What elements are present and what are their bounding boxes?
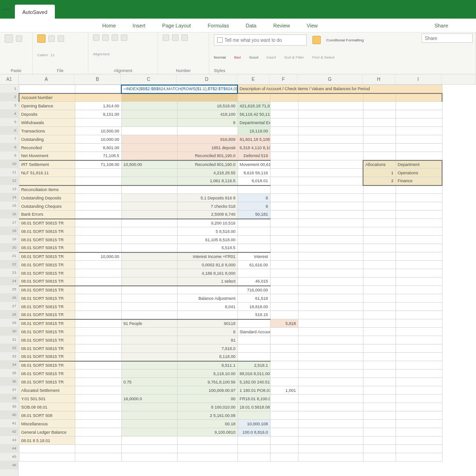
cell[interactable]	[238, 227, 270, 236]
cell[interactable]	[270, 93, 298, 102]
row-header[interactable]: 29	[0, 319, 18, 327]
cell[interactable]	[396, 127, 442, 135]
cell[interactable]	[75, 436, 121, 445]
cell[interactable]	[396, 386, 442, 395]
ribbon-tab-share[interactable]: Share	[435, 23, 448, 28]
column-header-i[interactable]: I	[395, 74, 442, 84]
percent-icon[interactable]	[172, 34, 178, 41]
workbook-tab-active[interactable]: AutoSaved	[15, 5, 55, 19]
cell[interactable]: Miscellaneous	[19, 420, 75, 428]
cell[interactable]	[121, 152, 177, 160]
cell[interactable]	[75, 344, 121, 353]
cell[interactable]	[270, 428, 298, 436]
cell[interactable]	[298, 344, 363, 353]
cell[interactable]	[396, 185, 442, 194]
cell[interactable]: 56,116.42 50,116.42 54,350	[238, 110, 270, 119]
cell[interactable]: 418,100	[177, 110, 238, 119]
cell[interactable]	[121, 127, 177, 135]
cell[interactable]: 08.01 SORT 508	[19, 411, 75, 420]
font-size[interactable]: 11	[51, 53, 55, 57]
cell[interactable]	[270, 219, 298, 227]
cell[interactable]	[298, 403, 363, 411]
cell[interactable]	[298, 428, 363, 436]
cell[interactable]	[177, 127, 238, 135]
cell[interactable]	[363, 119, 396, 127]
cell[interactable]: Opening Balance	[19, 102, 75, 110]
cell[interactable]	[396, 336, 442, 344]
cell[interactable]	[238, 445, 270, 453]
wrap-text-icon[interactable]	[121, 34, 127, 41]
cell[interactable]	[270, 311, 298, 319]
row-header[interactable]: 12	[0, 177, 18, 185]
ribbon-tab-view[interactable]: View	[307, 23, 318, 28]
cell[interactable]	[363, 395, 396, 403]
cell[interactable]	[396, 286, 442, 294]
cell[interactable]: 08.01 SORT 50815 TR	[19, 303, 75, 311]
cell[interactable]	[238, 453, 270, 462]
cell[interactable]	[270, 278, 298, 286]
cell[interactable]: SOB.08 08.01	[19, 403, 75, 411]
cell[interactable]	[298, 319, 363, 328]
cell[interactable]: Bank Errors	[19, 211, 75, 219]
cell[interactable]	[396, 403, 442, 411]
cell[interactable]	[396, 261, 442, 269]
cell[interactable]	[238, 236, 270, 244]
cell[interactable]	[19, 445, 75, 453]
cell[interactable]	[363, 336, 396, 344]
cell[interactable]	[396, 395, 442, 403]
cell[interactable]	[363, 185, 396, 194]
cell[interactable]: 9,100.0810	[177, 428, 238, 436]
cell[interactable]	[363, 269, 396, 278]
cell[interactable]	[396, 303, 442, 311]
cell[interactable]	[396, 353, 442, 361]
cell[interactable]: Outstanding	[19, 135, 75, 144]
cell[interactable]: 1,001	[270, 386, 298, 395]
cell[interactable]	[177, 311, 238, 319]
row-header[interactable]: 4	[0, 110, 18, 118]
cell[interactable]	[121, 420, 177, 428]
cell[interactable]	[270, 185, 298, 194]
cell[interactable]	[270, 227, 298, 236]
cell[interactable]	[270, 403, 298, 411]
cell[interactable]: 91 People	[121, 319, 177, 328]
cell[interactable]	[298, 361, 363, 370]
cell[interactable]	[396, 135, 442, 144]
cell[interactable]	[75, 336, 121, 344]
cell[interactable]	[396, 211, 442, 219]
cell[interactable]	[238, 269, 270, 278]
cell[interactable]	[363, 219, 396, 227]
share-input[interactable]	[422, 33, 473, 43]
cell[interactable]	[363, 428, 396, 436]
cell[interactable]	[121, 353, 177, 361]
cell[interactable]: 1,061 8,116.5	[177, 177, 238, 185]
cell[interactable]	[75, 353, 121, 361]
column-header-e[interactable]: E	[237, 74, 270, 84]
cell[interactable]	[363, 411, 396, 420]
cell[interactable]	[121, 311, 177, 319]
cell[interactable]	[75, 386, 121, 395]
cell[interactable]	[298, 336, 363, 344]
cell[interactable]: 08.01 SORT 50815 TR	[19, 219, 75, 227]
cell[interactable]	[121, 110, 177, 119]
cell[interactable]	[363, 227, 396, 236]
cell[interactable]	[121, 185, 177, 194]
cell[interactable]	[75, 319, 121, 328]
cell[interactable]: 61,105 8,518.00	[177, 236, 238, 244]
cell[interactable]	[270, 453, 298, 462]
cell[interactable]: 71,108.00	[75, 160, 121, 169]
cell[interactable]	[298, 436, 363, 445]
cell[interactable]: Department	[396, 160, 442, 169]
cell[interactable]	[396, 445, 442, 453]
cell[interactable]	[121, 227, 177, 236]
cell[interactable]: 16,0000.0	[121, 395, 177, 403]
cell[interactable]	[363, 311, 396, 319]
cell[interactable]	[270, 102, 298, 110]
row-header[interactable]: 28	[0, 311, 18, 319]
cell[interactable]: 5 8,518.00	[177, 227, 238, 236]
cell[interactable]: 08.01 SORT 50815 TR	[19, 286, 75, 294]
row-header[interactable]: 1	[0, 85, 18, 93]
cell[interactable]	[121, 144, 177, 152]
cell[interactable]: 7,818.0	[177, 344, 238, 353]
cell[interactable]	[270, 411, 298, 420]
cell[interactable]	[298, 445, 363, 453]
